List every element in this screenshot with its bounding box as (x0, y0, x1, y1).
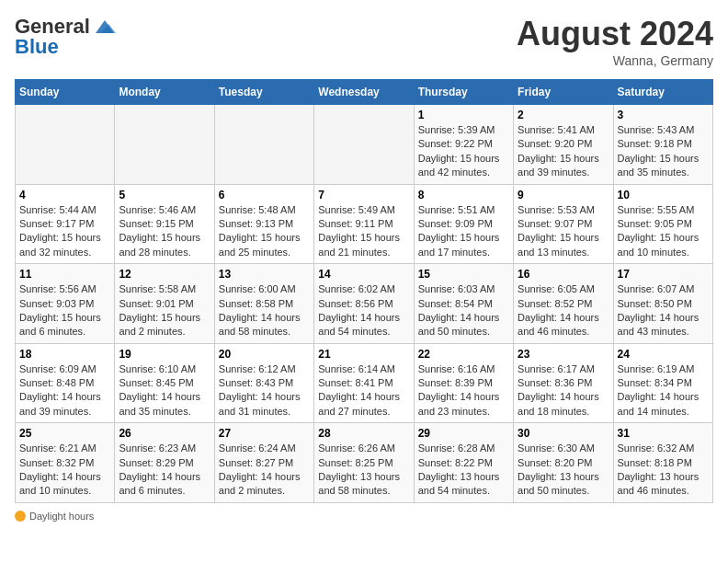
calendar-table: SundayMondayTuesdayWednesdayThursdayFrid… (15, 79, 713, 503)
day-number: 22 (418, 348, 509, 361)
day-info: Sunrise: 5:55 AMSunset: 9:05 PMDaylight:… (618, 203, 709, 260)
day-info: Sunrise: 6:16 AMSunset: 8:39 PMDaylight:… (418, 362, 509, 419)
title-block: August 2024 Wanna, Germany (517, 15, 713, 68)
calendar-cell: 30Sunrise: 6:30 AMSunset: 8:20 PMDayligh… (514, 423, 613, 503)
calendar-cell: 27Sunrise: 6:24 AMSunset: 8:27 PMDayligh… (214, 423, 313, 503)
calendar-cell: 25Sunrise: 6:21 AMSunset: 8:32 PMDayligh… (16, 423, 115, 503)
calendar-week: 18Sunrise: 6:09 AMSunset: 8:48 PMDayligh… (16, 343, 713, 423)
calendar-cell: 5Sunrise: 5:46 AMSunset: 9:15 PMDaylight… (115, 184, 214, 264)
calendar-cell: 6Sunrise: 5:48 AMSunset: 9:13 PMDaylight… (214, 184, 313, 264)
calendar-cell: 13Sunrise: 6:00 AMSunset: 8:58 PMDayligh… (214, 264, 313, 344)
day-number: 15 (418, 268, 509, 281)
day-info: Sunrise: 5:39 AMSunset: 9:22 PMDaylight:… (418, 123, 509, 180)
day-number: 8 (418, 189, 509, 201)
day-number: 28 (318, 427, 409, 440)
day-number: 4 (19, 189, 110, 201)
calendar-week: 11Sunrise: 5:56 AMSunset: 9:03 PMDayligh… (16, 264, 713, 344)
day-number: 18 (19, 348, 110, 361)
calendar-cell: 1Sunrise: 5:39 AMSunset: 9:22 PMDaylight… (414, 105, 513, 185)
calendar-cell: 14Sunrise: 6:02 AMSunset: 8:56 PMDayligh… (314, 264, 414, 344)
day-number: 1 (418, 109, 509, 121)
day-info: Sunrise: 6:10 AMSunset: 8:45 PMDaylight:… (119, 362, 210, 419)
daylight-label: Daylight hours (29, 511, 94, 522)
calendar-cell: 15Sunrise: 6:03 AMSunset: 8:54 PMDayligh… (414, 264, 513, 344)
calendar-cell: 22Sunrise: 6:16 AMSunset: 8:39 PMDayligh… (414, 343, 513, 423)
sun-icon (15, 511, 26, 522)
day-number: 20 (219, 348, 310, 361)
day-number: 27 (219, 427, 310, 440)
header-day: Tuesday (214, 80, 313, 105)
header-day: Monday (115, 80, 214, 105)
day-info: Sunrise: 6:00 AMSunset: 8:58 PMDaylight:… (219, 282, 310, 339)
logo: General Blue (15, 15, 118, 59)
calendar-cell: 24Sunrise: 6:19 AMSunset: 8:34 PMDayligh… (613, 343, 712, 423)
day-info: Sunrise: 5:46 AMSunset: 9:15 PMDaylight:… (119, 203, 210, 260)
day-info: Sunrise: 6:23 AMSunset: 8:29 PMDaylight:… (119, 442, 210, 499)
day-info: Sunrise: 6:07 AMSunset: 8:50 PMDaylight:… (618, 282, 709, 339)
calendar-cell (16, 105, 115, 185)
day-info: Sunrise: 5:41 AMSunset: 9:20 PMDaylight:… (518, 123, 609, 180)
calendar-cell: 19Sunrise: 6:10 AMSunset: 8:45 PMDayligh… (115, 343, 214, 423)
day-info: Sunrise: 6:05 AMSunset: 8:52 PMDaylight:… (518, 282, 609, 339)
calendar-cell (115, 105, 214, 185)
day-info: Sunrise: 5:58 AMSunset: 9:01 PMDaylight:… (119, 282, 210, 339)
day-number: 9 (518, 189, 609, 201)
header-day: Sunday (16, 80, 115, 105)
day-number: 30 (518, 427, 609, 440)
logo-blue-text: Blue (15, 35, 59, 59)
page-header: General Blue August 2024 Wanna, Germany (15, 15, 713, 68)
day-number: 17 (618, 268, 709, 281)
header-day: Thursday (414, 80, 513, 105)
day-number: 24 (618, 348, 709, 361)
day-info: Sunrise: 6:32 AMSunset: 8:18 PMDaylight:… (618, 442, 709, 499)
calendar-week: 25Sunrise: 6:21 AMSunset: 8:32 PMDayligh… (16, 423, 713, 503)
day-number: 6 (219, 189, 310, 201)
logo-icon (92, 17, 118, 37)
day-number: 21 (318, 348, 409, 361)
calendar-cell: 8Sunrise: 5:51 AMSunset: 9:09 PMDaylight… (414, 184, 513, 264)
calendar-cell: 3Sunrise: 5:43 AMSunset: 9:18 PMDaylight… (613, 105, 712, 185)
calendar-week: 4Sunrise: 5:44 AMSunset: 9:17 PMDaylight… (16, 184, 713, 264)
day-info: Sunrise: 6:12 AMSunset: 8:43 PMDaylight:… (219, 362, 310, 419)
day-info: Sunrise: 6:14 AMSunset: 8:41 PMDaylight:… (318, 362, 409, 419)
calendar-cell: 29Sunrise: 6:28 AMSunset: 8:22 PMDayligh… (414, 423, 513, 503)
daylight-legend: Daylight hours (15, 511, 94, 522)
calendar-cell: 31Sunrise: 6:32 AMSunset: 8:18 PMDayligh… (613, 423, 712, 503)
header-row: SundayMondayTuesdayWednesdayThursdayFrid… (16, 80, 713, 105)
day-number: 12 (119, 268, 210, 281)
calendar-cell: 11Sunrise: 5:56 AMSunset: 9:03 PMDayligh… (16, 264, 115, 344)
calendar-cell (214, 105, 313, 185)
day-info: Sunrise: 5:43 AMSunset: 9:18 PMDaylight:… (618, 123, 709, 180)
day-number: 23 (518, 348, 609, 361)
day-info: Sunrise: 6:28 AMSunset: 8:22 PMDaylight:… (418, 442, 509, 499)
day-info: Sunrise: 6:09 AMSunset: 8:48 PMDaylight:… (19, 362, 110, 419)
day-info: Sunrise: 6:26 AMSunset: 8:25 PMDaylight:… (318, 442, 409, 499)
header-day: Wednesday (314, 80, 414, 105)
day-number: 16 (518, 268, 609, 281)
day-number: 2 (518, 109, 609, 121)
calendar-cell: 16Sunrise: 6:05 AMSunset: 8:52 PMDayligh… (514, 264, 613, 344)
calendar-cell: 9Sunrise: 5:53 AMSunset: 9:07 PMDaylight… (514, 184, 613, 264)
footer: Daylight hours (15, 511, 713, 523)
day-number: 29 (418, 427, 509, 440)
calendar-cell: 4Sunrise: 5:44 AMSunset: 9:17 PMDaylight… (16, 184, 115, 264)
day-info: Sunrise: 6:03 AMSunset: 8:54 PMDaylight:… (418, 282, 509, 339)
calendar-cell: 21Sunrise: 6:14 AMSunset: 8:41 PMDayligh… (314, 343, 414, 423)
day-number: 14 (318, 268, 409, 281)
location: Wanna, Germany (517, 53, 713, 68)
day-info: Sunrise: 5:49 AMSunset: 9:11 PMDaylight:… (318, 203, 409, 260)
calendar-cell: 18Sunrise: 6:09 AMSunset: 8:48 PMDayligh… (16, 343, 115, 423)
calendar-cell: 26Sunrise: 6:23 AMSunset: 8:29 PMDayligh… (115, 423, 214, 503)
calendar-cell (314, 105, 414, 185)
calendar-week: 1Sunrise: 5:39 AMSunset: 9:22 PMDaylight… (16, 105, 713, 185)
calendar-cell: 7Sunrise: 5:49 AMSunset: 9:11 PMDaylight… (314, 184, 414, 264)
day-info: Sunrise: 5:44 AMSunset: 9:17 PMDaylight:… (19, 203, 110, 260)
day-info: Sunrise: 6:19 AMSunset: 8:34 PMDaylight:… (618, 362, 709, 419)
day-info: Sunrise: 6:17 AMSunset: 8:36 PMDaylight:… (518, 362, 609, 419)
day-number: 7 (318, 189, 409, 201)
header-day: Saturday (613, 80, 712, 105)
calendar-cell: 10Sunrise: 5:55 AMSunset: 9:05 PMDayligh… (613, 184, 712, 264)
day-number: 13 (219, 268, 310, 281)
day-info: Sunrise: 6:24 AMSunset: 8:27 PMDaylight:… (219, 442, 310, 499)
day-info: Sunrise: 6:21 AMSunset: 8:32 PMDaylight:… (19, 442, 110, 499)
